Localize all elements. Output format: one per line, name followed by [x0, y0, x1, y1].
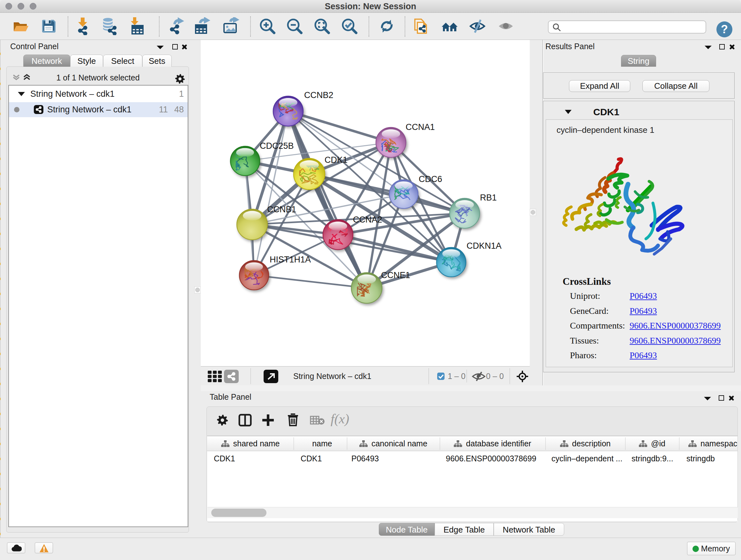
- svg-text:RB1: RB1: [480, 193, 497, 202]
- svg-text:CDKN1A: CDKN1A: [467, 241, 502, 251]
- svg-text:CCNA2: CCNA2: [353, 215, 382, 225]
- svg-text:CCNE1: CCNE1: [381, 270, 410, 280]
- svg-text:CDC6: CDC6: [419, 174, 442, 184]
- svg-text:CCNB2: CCNB2: [304, 90, 333, 100]
- svg-text:CCNB1: CCNB1: [267, 205, 296, 214]
- svg-text:HIST1H1A: HIST1H1A: [270, 255, 311, 264]
- svg-text:CDK1: CDK1: [325, 155, 347, 165]
- svg-text:CDC25B: CDC25B: [260, 141, 294, 151]
- svg-text:?: ?: [721, 23, 728, 36]
- svg-text:CCNA1: CCNA1: [406, 122, 435, 132]
